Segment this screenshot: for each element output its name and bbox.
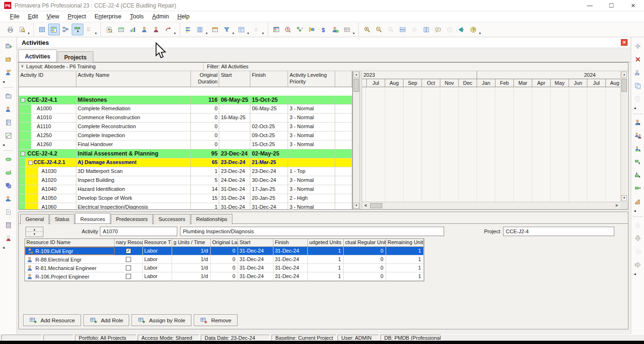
tracking-view-icon[interactable] [2,130,15,141]
global-change-icon[interactable]: $ [318,24,330,35]
network-view-icon[interactable] [60,24,72,35]
activity-table-vscroll[interactable]: ▲ ▼ [353,71,359,209]
move-down-icon[interactable] [632,233,644,244]
activity-row[interactable]: A10303D Matterport Scan123-Dec-2423-Dec-… [19,167,352,176]
copy-icon[interactable] [632,80,644,91]
resource-row[interactable]: R-109.Civil Engr✓Labor1/d031-Dec-2431-De… [25,247,424,255]
resource-column-header[interactable]: g Units / Time [172,239,211,246]
activity-row[interactable]: A1110Complete Reconstruction002-Oct-253 … [19,123,352,131]
wps-docs-icon[interactable] [2,206,15,218]
collapse-icon[interactable]: ◄ [0,143,5,147]
assignments-view-icon[interactable] [2,180,15,191]
activity-id-field[interactable]: A1070 [100,227,177,236]
collapse-icon[interactable]: ◄ [631,272,636,276]
checkbox-icon[interactable] [126,274,131,279]
broadcast-icon[interactable] [455,24,467,35]
tab-projects[interactable]: Projects [58,51,93,63]
menu-edit[interactable]: Edit [24,12,42,21]
close-button[interactable]: ✕ [622,0,644,11]
relationship-lines-icon[interactable] [162,24,174,35]
menu-admin[interactable]: Admin [148,12,173,21]
add-icon[interactable] [632,41,644,52]
details-tab-predecessors[interactable]: Predecessors [111,214,153,224]
menu-help[interactable]: Help [173,12,194,21]
eps-view-icon[interactable] [2,90,15,102]
print-preview-icon[interactable] [16,24,28,35]
radius-icon[interactable] [444,24,455,35]
add-resource-button[interactable]: Add Resource [23,314,81,326]
spreadsheet-view-icon[interactable] [36,24,48,35]
menu-project[interactable]: Project [64,12,91,21]
activity-row[interactable]: A1260Final Handover015-Oct-253 - Normal [19,140,352,149]
assign-successor-icon[interactable] [632,183,644,194]
resource-sheet-icon[interactable] [115,24,127,35]
gantt-vscroll[interactable]: ▲ ▼ [620,71,627,202]
group-sort-icon[interactable] [182,24,194,35]
dropdown-caret-icon[interactable]: ▾ [262,32,264,35]
activity-row[interactable]: A1250Complete Inspection009-Oct-253 - No… [19,131,352,140]
user-preferences-icon[interactable] [2,67,15,78]
collapse-icon[interactable]: ◄ [631,106,636,110]
checkbox-checked-icon[interactable]: ✓ [126,248,131,254]
delete-icon[interactable] [632,54,644,65]
role-usage-icon[interactable] [150,24,162,35]
collapse-box-icon[interactable]: − [21,98,25,102]
collapse-icon[interactable]: ◄ [0,80,5,83]
reorganize-icon[interactable] [83,24,95,35]
assign-steps-icon[interactable] [632,196,644,207]
dropdown-caret-icon[interactable]: ▾ [479,32,481,35]
scroll-thumb[interactable] [621,79,627,92]
scroll-left-icon[interactable]: < [363,203,369,209]
expenses-view-icon[interactable] [2,220,15,231]
horizontal-split-icon[interactable] [396,24,408,35]
schedule-now-icon[interactable] [282,24,294,35]
notebook-icon[interactable] [432,24,444,35]
dropdown-caret-icon[interactable]: ▾ [248,32,249,35]
project-id-field[interactable]: CCE-J2-4 [503,227,614,236]
wbs-view-icon[interactable] [2,167,15,178]
collapse-icon[interactable]: ◄ [631,209,636,213]
group-row[interactable]: −CCE-J2-4.1Milestones11606-May-2515-Oct-… [19,96,352,105]
collapse-box-icon[interactable]: − [21,152,25,156]
find-icon[interactable]: A [103,24,115,35]
scroll-thumb[interactable] [370,203,382,208]
dropdown-caret-icon[interactable]: ▾ [174,32,176,35]
assign-predecessor-icon[interactable] [632,170,644,181]
print-icon[interactable] [4,24,16,35]
activity-name-field[interactable]: Plumbing Inspection/Diagnosis [180,227,444,236]
store-period-icon[interactable] [341,24,353,35]
column-header[interactable]: Finish [250,71,288,87]
reports-view-icon[interactable] [2,117,15,128]
stepper-up-icon[interactable]: ▲ [26,227,43,232]
resource-row[interactable]: R-81.Mechanical EngineerLabor1/d031-Dec-… [25,264,424,272]
move-up-icon[interactable] [632,220,644,231]
zoom-in-icon[interactable] [361,24,373,35]
resource-column-header[interactable]: Resource T [143,239,172,246]
move-left-icon[interactable] [632,246,644,257]
columns-icon[interactable] [194,24,206,35]
layout-view-icon[interactable] [48,24,60,35]
collapse-icon[interactable]: ◄ [0,246,5,249]
activity-row[interactable]: A1060Electrical Inspection/Diagnosis131-… [19,203,352,209]
tab-activities[interactable]: Activities [18,49,57,62]
paste-icon[interactable] [632,93,644,105]
progress-spotlight-icon[interactable] [306,24,318,35]
activity-row[interactable]: A1000Complete Remediation006-May-253 - N… [19,105,352,114]
resource-column-header[interactable]: Original Lag [211,239,238,246]
zoom-out-icon[interactable] [373,24,385,35]
activity-row[interactable]: A1040Hazard Identification1431-Dec-2417-… [19,185,352,194]
dropdown-caret-icon[interactable]: ▾ [95,32,97,35]
resource-column-header[interactable]: Finish [273,239,308,246]
assign-activity-code-icon[interactable] [632,156,644,168]
resource-column-header[interactable]: Resource ID Name [25,239,115,246]
move-right-icon[interactable] [632,259,644,270]
help-icon[interactable]: ? [467,24,479,35]
menu-enterprise[interactable]: Enterprise [91,12,126,21]
resource-column-header[interactable]: nary Resou [115,239,143,246]
group-row[interactable]: −CCE-J2-4.2Initial Assessment & Planning… [19,149,352,158]
resource-column-header[interactable]: ctual Regular Units [344,239,386,246]
vertical-split-icon[interactable] [420,24,432,35]
details-tab-successors[interactable]: Successors [153,214,190,224]
level-resources-icon[interactable] [294,24,306,35]
stepper-down-icon[interactable]: ▼ [26,232,43,237]
